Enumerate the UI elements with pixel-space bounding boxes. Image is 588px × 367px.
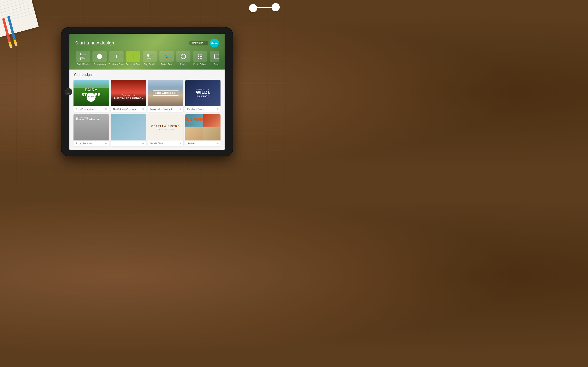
la-footer: Los Angeles Postcard ≡ [148, 106, 183, 112]
bistro-name-text: OSTELLA BISTRO [151, 125, 180, 128]
twitter-post-icon: 🐦 [159, 51, 174, 62]
presentation-icon [93, 51, 107, 62]
ipad-frame: Start a new design Krazy Kidz ▼ Canva [61, 27, 233, 156]
presentation-label: Presentation [94, 63, 106, 66]
user-badge[interactable]: Krazy Kidz ▼ [189, 41, 208, 45]
wild-friends-text: FRIENDS [196, 95, 210, 98]
social-media-icon [76, 51, 90, 62]
bistro-sub-text: DINNER FOR TWO [156, 128, 175, 130]
user-name: Krazy Kidz [191, 42, 203, 44]
outback-win-text: Win a tour of the [122, 94, 135, 96]
fairy-stories-name: Story Presentation [76, 108, 94, 110]
chevron-down-icon: ▼ [204, 42, 206, 44]
design-card-wild-friends[interactable]: SAVING THE WILD& FRIENDS Facebook Cover … [185, 80, 221, 112]
design-type-photo-collage[interactable]: Photo Collage [192, 51, 208, 66]
screen: Start a new design Krazy Kidz ▼ Canva [69, 34, 225, 150]
design-card-salmon[interactable]: THE GUIDE SALMON Profile of choosing the… [185, 114, 221, 146]
bedroom-set-text: SET YOURSELF [76, 117, 99, 118]
design-card-los-angeles[interactable]: LOS ANGELES Los Angeles Postcard ≡ [148, 80, 183, 112]
la-label: LOS ANGELES [153, 90, 178, 96]
design-type-blog-graphic[interactable]: Blog Graphic [142, 51, 158, 66]
la-menu-icon[interactable]: ≡ [180, 108, 181, 110]
section-title: Your designs [73, 73, 221, 77]
earphone-left [249, 4, 257, 12]
camera [228, 91, 229, 92]
design-type-social-media[interactable]: Social Media [75, 51, 91, 66]
pinta-label: Pinta... [214, 63, 219, 66]
design-card-fairy-stories[interactable]: FAIRYSTORIES Buy OnlineToday Story Prese… [73, 80, 109, 112]
photo-collage-icon [193, 51, 207, 62]
ocean-thumbnail [111, 114, 146, 141]
outback-footer: The Outback Giveaway ≡ [111, 106, 146, 112]
la-name: Los Angeles Postcard [150, 108, 172, 110]
wild-footer: Facebook Cover ≡ [185, 106, 221, 112]
design-card-bistro[interactable]: OSTELLA BISTRO DINNER FOR TWO Ostella Bi… [148, 114, 183, 146]
blog-graphic-icon [143, 51, 157, 62]
fairy-badge: Buy OnlineToday [86, 93, 95, 102]
design-type-facebook-cover[interactable]: f Facebook Cover [109, 51, 124, 66]
twitter-post-label: Twitter Post [161, 63, 172, 66]
bistro-footer: Ostella Bistro ≡ [148, 141, 183, 146]
bedroom-footer: Project Bedroom ≡ [73, 141, 109, 146]
facebook-cover-label: Facebook Cover [108, 63, 124, 66]
bedroom-project-text: Project Bedroom [76, 118, 99, 121]
facebook-post-icon: f [126, 51, 140, 62]
bedroom-menu-icon[interactable]: ≡ [105, 142, 107, 145]
blog-graphic-label: Blog Graphic [144, 63, 156, 66]
salmon-card-name: Salmon [187, 142, 195, 145]
photo-collage-label: Photo Collage [193, 63, 207, 66]
earphone-cord [252, 7, 279, 8]
social-media-label: Social Media [77, 63, 89, 66]
wild-wild-text: WILD& [196, 90, 210, 95]
fairy-stories-thumbnail: FAIRYSTORIES Buy OnlineToday [73, 80, 109, 106]
poster-icon [176, 51, 190, 62]
facebook-cover-icon: f [109, 51, 123, 62]
wild-menu-icon[interactable]: ≡ [217, 108, 218, 110]
hero-section: Start a new design Krazy Kidz ▼ Canva [69, 34, 225, 69]
earphones-decoration [229, 0, 290, 31]
salmon-title-text: SALMON [185, 118, 203, 122]
fairy-stories-footer: Story Presentation ≡ [73, 106, 109, 112]
wild-thumbnail: SAVING THE WILD& FRIENDS [185, 80, 221, 106]
salmon-footer: Salmon ≡ [185, 141, 221, 146]
design-card-ocean[interactable]: ≡ [111, 114, 146, 146]
hero-title: Start a new design [75, 40, 114, 46]
canva-logo: Canva [210, 39, 219, 48]
pinta-icon [210, 51, 219, 62]
wild-saving-text: SAVING THE [196, 88, 210, 90]
design-type-facebook-post[interactable]: f Facebook Post [125, 51, 141, 66]
bistro-card-name: Ostella Bistro [150, 142, 163, 145]
bedroom-thumbnail: SET YOURSELF Project Bedroom [73, 114, 109, 141]
facebook-post-label: Facebook Post [126, 63, 140, 66]
outback-name: The Outback Giveaway [113, 108, 136, 110]
design-type-pinta[interactable]: Pinta... [209, 51, 219, 66]
salmon-menu-icon[interactable]: ≡ [217, 142, 218, 145]
fairy-stories-menu-icon[interactable]: ≡ [105, 108, 107, 110]
design-types-row: Social Media Presentation f Facebook Cov… [75, 51, 219, 66]
outback-thumbnail: Win a tour of the Australian Outback [111, 80, 146, 106]
designs-grid: FAIRYSTORIES Buy OnlineToday Story Prese… [73, 80, 221, 146]
bistro-menu-icon[interactable]: ≡ [180, 142, 181, 145]
design-card-bedroom[interactable]: SET YOURSELF Project Bedroom Project Bed… [73, 114, 109, 146]
outback-menu-icon[interactable]: ≡ [142, 108, 144, 110]
design-type-presentation[interactable]: Presentation [92, 51, 107, 66]
design-card-outback[interactable]: Win a tour of the Australian Outback The… [111, 80, 146, 112]
bistro-thumbnail: OSTELLA BISTRO DINNER FOR TWO [148, 114, 183, 141]
designs-section: Your designs FAIRYSTORIES Buy OnlineToda… [69, 69, 225, 150]
ocean-menu-icon[interactable]: ≡ [142, 142, 144, 145]
home-button[interactable] [65, 88, 72, 95]
design-type-poster[interactable]: Poster [176, 51, 191, 66]
poster-label: Poster [180, 63, 186, 66]
ocean-footer: ≡ [111, 141, 146, 146]
outback-main-text: Australian Outback [113, 96, 143, 100]
wild-name: Facebook Cover [187, 108, 204, 110]
design-type-twitter-post[interactable]: 🐦 Twitter Post [159, 51, 174, 66]
la-thumbnail: LOS ANGELES [148, 80, 183, 106]
bedroom-name: Project Bedroom [76, 142, 92, 145]
salmon-thumbnail: THE GUIDE SALMON Profile of choosing the… [185, 114, 221, 141]
